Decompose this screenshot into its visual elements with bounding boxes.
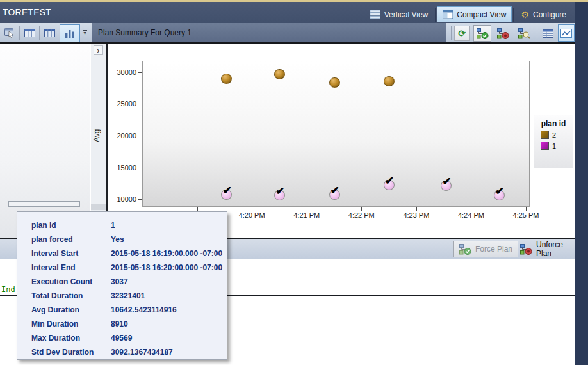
- refresh-button[interactable]: ⟳: [454, 26, 470, 41]
- configure-button[interactable]: ⚙ Configure: [515, 6, 572, 22]
- force-plan-button[interactable]: Force Plan: [453, 241, 518, 257]
- horizontal-scrollbar[interactable]: [8, 201, 80, 207]
- scatter-plot-area: ✔✔✔✔✔✔: [142, 61, 530, 207]
- splitter-footer: [91, 204, 106, 210]
- tooltip-field-value: 3037: [111, 277, 128, 286]
- separator: [19, 26, 20, 40]
- plan-grid-panel: [0, 44, 90, 238]
- data-point-plan-1[interactable]: ✔: [274, 190, 285, 200]
- x-axis-tick-label: 4:22 PM: [348, 211, 375, 219]
- query-store-window: TORETEST Vertical View Compact View ⚙ Co…: [0, 0, 588, 365]
- y-axis-tick-label: 30000: [117, 69, 136, 76]
- data-point-plan-2[interactable]: [221, 74, 232, 84]
- data-point-plan-1[interactable]: ✔: [384, 180, 395, 190]
- vertical-view-icon: [370, 10, 380, 19]
- forced-plan-check-icon: ✔: [331, 185, 339, 196]
- x-axis-tick-label: 4:21 PM: [293, 211, 320, 219]
- compare-plans-icon: [518, 28, 530, 39]
- table-grid-icon: [543, 29, 553, 38]
- x-axis-tick-mark: [252, 207, 252, 211]
- unforce-plan-icon-button[interactable]: [494, 26, 511, 41]
- separator: [39, 26, 40, 40]
- window-title: TORETEST: [3, 2, 51, 23]
- tooltip-field-label: plan forced: [31, 235, 111, 244]
- data-point-plan-1[interactable]: ✔: [329, 190, 340, 200]
- tooltip-field-value: 10642.5423114916: [111, 305, 177, 314]
- chart-results-button[interactable]: [558, 24, 575, 42]
- x-axis-tick-label: 4:24 PM: [458, 211, 484, 219]
- x-axis-tick-mark: [416, 207, 417, 211]
- tooltip-field-label: Min Duration: [31, 320, 111, 328]
- line-chart-icon: [560, 29, 572, 38]
- data-point-plan-2[interactable]: [329, 77, 340, 88]
- x-axis-tick-label: 4:23 PM: [403, 211, 429, 219]
- force-plan-label: Force Plan: [475, 245, 512, 254]
- compact-view-icon: [443, 10, 453, 19]
- editor-pane-border: [0, 284, 17, 284]
- compact-view-button[interactable]: Compact View: [437, 6, 512, 22]
- legend-entry: 2: [541, 131, 573, 139]
- vertical-view-button[interactable]: Vertical View: [364, 6, 434, 22]
- x-axis-tick-mark: [361, 207, 362, 211]
- toolbar-group-overflow-button[interactable]: ▾: [83, 30, 87, 35]
- window-right-border: [575, 2, 588, 365]
- grid-selection-view-button[interactable]: [1, 25, 18, 41]
- vertical-view-label: Vertical View: [384, 10, 428, 19]
- y-axis: 1000015000200002500030000: [108, 61, 142, 207]
- legend-entry: 1: [541, 142, 573, 150]
- plan-summary-chart-pane: 1000015000200002500030000 ✔✔✔✔✔✔ 4:19 PM…: [106, 44, 575, 238]
- x-axis-tick-label: 4:20 PM: [239, 211, 265, 219]
- forced-plan-check-icon: ✔: [275, 186, 284, 197]
- tooltip-field-label: plan id: [31, 221, 111, 230]
- view-button-group: Vertical View Compact View ⚙ Configure: [361, 6, 572, 22]
- grid-view-button[interactable]: [21, 25, 38, 41]
- tooltip-row: Interval End2015-05-18 16:20:00.000 -07:…: [17, 261, 227, 275]
- y-axis-tick-label: 15000: [117, 164, 136, 172]
- unforce-plan-button[interactable]: Unforce Plan: [514, 241, 575, 257]
- legend-entry-label: 2: [552, 131, 556, 139]
- table-grid-icon: [44, 29, 55, 37]
- x-axis-tick-mark: [471, 207, 471, 211]
- x-axis-tick-label: 4:25 PM: [513, 211, 539, 219]
- x-axis-tick-mark: [197, 207, 198, 211]
- forced-plan-check-icon: ✔: [442, 176, 451, 187]
- legend-entries: 21: [534, 131, 573, 150]
- tooltip-field-label: Total Duration: [31, 291, 111, 300]
- data-point-plan-2[interactable]: [384, 76, 395, 86]
- chart-view-button[interactable]: [60, 24, 80, 42]
- separator: [435, 8, 436, 22]
- data-point-plan-1[interactable]: ✔: [221, 190, 232, 200]
- data-point-plan-1[interactable]: ✔: [441, 181, 452, 191]
- tooltip-row: Min Duration8910: [17, 317, 227, 331]
- query-text-fragment: Ind: [1, 285, 15, 294]
- y-axis-title: Avg: [92, 122, 104, 150]
- configure-label: Configure: [533, 10, 566, 19]
- tooltip-row: plan id1: [17, 218, 227, 232]
- separator: [513, 8, 514, 22]
- legend-entry-label: 1: [552, 142, 556, 150]
- tooltip-field-label: Std Dev Duration: [31, 348, 111, 357]
- data-point-plan-2[interactable]: [274, 69, 285, 79]
- tooltip-row: Total Duration32321401: [17, 289, 227, 303]
- data-point-plan-1[interactable]: ✔: [494, 190, 505, 200]
- panel-title: Plan Summary For Query 1: [98, 23, 446, 42]
- plan-details-tooltip: plan id1plan forcedYesInterval Start2015…: [17, 211, 227, 360]
- tooltip-field-value: 3092.1367434187: [111, 348, 173, 357]
- tooltip-field-value: 2015-05-18 16:20:00.000 -07:00: [111, 263, 222, 272]
- unforce-plan-label: Unforce Plan: [536, 240, 569, 258]
- unforce-plan-icon: [497, 28, 509, 39]
- table-grid-icon: [24, 29, 35, 37]
- tooltip-field-value: 49569: [111, 334, 132, 343]
- dropdown-caret-icon: ▾: [83, 31, 86, 35]
- grid-detail-view-button[interactable]: [41, 25, 58, 41]
- tooltip-field-value: 1: [111, 221, 115, 230]
- legend-swatch: [541, 131, 549, 139]
- force-plan-icon: [477, 28, 489, 39]
- y-axis-tick-label: 20000: [117, 132, 136, 140]
- bar-chart-icon: [65, 29, 75, 38]
- y-axis-tick-label: 25000: [117, 100, 136, 108]
- expand-panel-chevron-button[interactable]: ›: [94, 45, 103, 55]
- compare-plans-icon-button[interactable]: [516, 26, 532, 41]
- grid-results-button[interactable]: [540, 26, 555, 41]
- force-plan-icon-button[interactable]: [473, 25, 491, 42]
